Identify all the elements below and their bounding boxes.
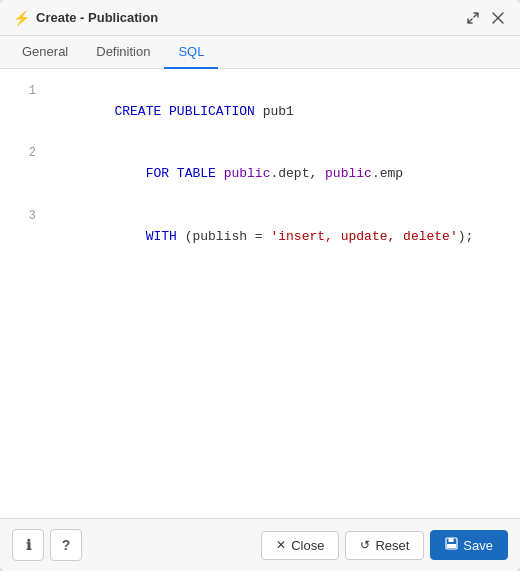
- tab-bar: General Definition SQL: [0, 36, 520, 69]
- tab-sql[interactable]: SQL: [164, 36, 218, 69]
- expand-button[interactable]: [462, 9, 484, 27]
- code-line-2: 2 FOR TABLE public.dept, public.emp: [0, 143, 520, 205]
- titlebar-left: ⚡ Create - Publication: [12, 9, 158, 27]
- create-publication-dialog: ⚡ Create - Publication General Definitio…: [0, 0, 520, 571]
- close-label: Close: [291, 538, 324, 553]
- svg-rect-2: [447, 544, 456, 548]
- help-icon: ?: [62, 537, 71, 553]
- titlebar: ⚡ Create - Publication: [0, 0, 520, 36]
- code-content: WITH (publish = 'insert, update, delete'…: [52, 206, 508, 268]
- info-button[interactable]: ℹ: [12, 529, 44, 561]
- save-label: Save: [463, 538, 493, 553]
- save-button[interactable]: Save: [430, 530, 508, 560]
- close-icon: ✕: [276, 538, 286, 552]
- code-content: FOR TABLE public.dept, public.emp: [52, 143, 508, 205]
- close-button[interactable]: ✕ Close: [261, 531, 339, 560]
- sql-code-editor[interactable]: 1 CREATE PUBLICATION pub1 2 FOR TABLE pu…: [0, 69, 520, 518]
- reset-button[interactable]: ↺ Reset: [345, 531, 424, 560]
- tab-definition[interactable]: Definition: [82, 36, 164, 69]
- dialog-icon: ⚡: [12, 9, 30, 27]
- svg-rect-1: [449, 538, 454, 542]
- reset-label: Reset: [375, 538, 409, 553]
- help-button[interactable]: ?: [50, 529, 82, 561]
- footer: ℹ ? ✕ Close ↺ Reset: [0, 518, 520, 571]
- line-number: 1: [12, 82, 36, 101]
- line-number: 3: [12, 207, 36, 226]
- info-icon: ℹ: [26, 537, 31, 553]
- footer-left: ℹ ?: [12, 529, 82, 561]
- titlebar-controls: [462, 9, 508, 27]
- footer-right: ✕ Close ↺ Reset Save: [261, 530, 508, 560]
- close-window-button[interactable]: [488, 10, 508, 26]
- tab-general[interactable]: General: [8, 36, 82, 69]
- reset-icon: ↺: [360, 538, 370, 552]
- code-line-1: 1 CREATE PUBLICATION pub1: [0, 81, 520, 143]
- code-line-3: 3 WITH (publish = 'insert, update, delet…: [0, 206, 520, 268]
- dialog-title: Create - Publication: [36, 10, 158, 25]
- save-icon: [445, 537, 458, 553]
- line-number: 2: [12, 144, 36, 163]
- code-content: CREATE PUBLICATION pub1: [52, 81, 508, 143]
